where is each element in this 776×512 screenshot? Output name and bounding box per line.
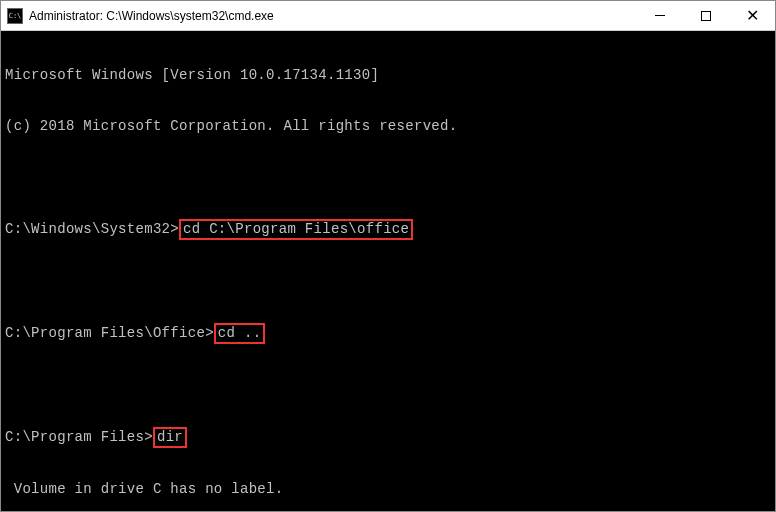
- cmd-window: C:\ Administrator: C:\Windows\system32\c…: [0, 0, 776, 512]
- window-controls: ✕: [637, 1, 775, 30]
- version-line: Microsoft Windows [Version 10.0.17134.11…: [5, 67, 771, 84]
- titlebar[interactable]: C:\ Administrator: C:\Windows\system32\c…: [1, 1, 775, 31]
- close-button[interactable]: ✕: [729, 1, 775, 30]
- highlighted-command: dir: [153, 427, 187, 448]
- highlighted-command: cd ..: [214, 323, 266, 344]
- prompt-line: C:\Program Files\Office>cd ..: [5, 324, 771, 343]
- copyright-line: (c) 2018 Microsoft Corporation. All righ…: [5, 118, 771, 135]
- cmd-icon: C:\: [7, 8, 23, 24]
- window-title: Administrator: C:\Windows\system32\cmd.e…: [29, 9, 637, 23]
- highlighted-command: cd C:\Program Files\office: [179, 219, 413, 240]
- volume-line: Volume in drive C has no label.: [5, 481, 771, 498]
- prompt-line: C:\Windows\System32>cd C:\Program Files\…: [5, 220, 771, 239]
- prompt-line: C:\Program Files>dir: [5, 428, 771, 447]
- terminal-area[interactable]: Microsoft Windows [Version 10.0.17134.11…: [1, 31, 775, 511]
- minimize-button[interactable]: [637, 1, 683, 30]
- maximize-button[interactable]: [683, 1, 729, 30]
